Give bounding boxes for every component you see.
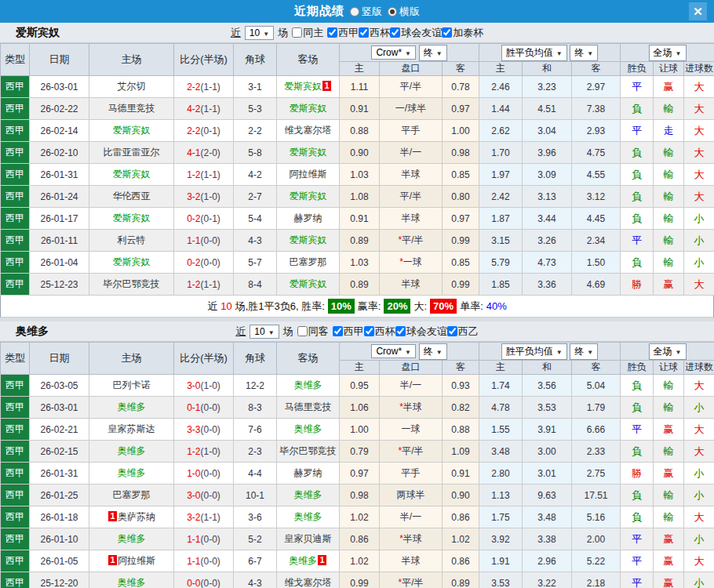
- same-venue-checkbox[interactable]: [292, 27, 302, 38]
- corner-cell: 5-4: [234, 208, 277, 230]
- asian-home-odds: 0.91: [340, 98, 380, 120]
- team-name-text: 皇家贝迪斯: [285, 533, 332, 544]
- euro-draw-odds: 3.48: [523, 506, 572, 528]
- radio-vertical-icon[interactable]: [350, 7, 359, 16]
- league-checkbox[interactable]: [390, 27, 400, 38]
- team-name-text: 巴列卡诺: [113, 379, 151, 390]
- score-cell: 4-1(2-0): [174, 142, 234, 164]
- team-name-text: 利云特: [118, 234, 146, 245]
- match-row: 西甲26-02-21皇家苏斯达3-3(0-0)7-6奥维多1.00一球0.881…: [1, 419, 714, 441]
- euro-away-odds: 4.75: [572, 142, 621, 164]
- corner-cell: 2-3: [234, 441, 277, 463]
- league-checkbox[interactable]: [395, 326, 406, 336]
- asian-away-odds: 0.80: [443, 186, 479, 208]
- league-checkbox[interactable]: [442, 27, 452, 38]
- halftime-score: (0-1): [201, 125, 220, 136]
- euro-home-odds: 1.75: [479, 506, 523, 528]
- match-row: 西甲26-01-31爱斯宾奴1-2(1-1)4-2阿拉维斯1.03半球0.851…: [1, 164, 714, 186]
- league-cell: 西甲: [1, 142, 30, 164]
- euro-away-odds: 3.12: [572, 186, 621, 208]
- league-checkbox[interactable]: [447, 326, 457, 336]
- col-score: 比分(半场): [174, 343, 234, 375]
- team-name-text: 爱斯宾奴: [113, 125, 151, 136]
- matches-unit-label: 场: [278, 26, 288, 40]
- euro-home-odds: 3.15: [479, 230, 523, 252]
- asian-home-odds: 0.97: [340, 463, 380, 485]
- euro-away-odds: 2.97: [572, 76, 621, 98]
- match-row: 西甲26-03-05巴列卡诺3-0(1-0)12-2奥维多0.95半/一0.93…: [1, 375, 714, 397]
- avg-stage-select[interactable]: 终: [570, 343, 598, 360]
- handicap-result-cell: 赢: [654, 550, 684, 572]
- bookmaker-select[interactable]: Crow*: [371, 344, 416, 358]
- handicap-result-cell: 輸: [654, 506, 684, 528]
- odds-stage-select[interactable]: 终: [419, 343, 447, 360]
- recent-count-select[interactable]: 10: [250, 325, 279, 339]
- league-checkbox[interactable]: [364, 326, 374, 336]
- asian-odds-group: Crow* 终: [340, 44, 479, 62]
- odds-stage-select[interactable]: 终: [419, 45, 447, 61]
- bookmaker-select[interactable]: Crow*: [371, 45, 416, 60]
- handicap-cell: 一/球半: [380, 98, 443, 120]
- league-cell: 西甲: [1, 274, 30, 296]
- league-filter-option: 西乙: [447, 325, 479, 339]
- halftime-score: (1-1): [201, 169, 220, 180]
- asian-odds-group: Crow* 终: [340, 343, 479, 361]
- recent-label[interactable]: 近: [231, 26, 241, 40]
- team-name-text: 毕尔巴鄂竞技: [104, 278, 160, 289]
- layout-option-vertical[interactable]: 竖版: [350, 5, 382, 19]
- home-team-cell: 华伦西亚: [89, 186, 174, 208]
- league-checkbox-label: 西杯: [375, 325, 395, 339]
- asian-away-odds: 0.82: [443, 397, 479, 419]
- handicap-result-cell: 赢: [654, 463, 684, 485]
- halftime-score: (1-1): [201, 512, 220, 523]
- league-checkbox[interactable]: [333, 326, 343, 336]
- same-venue-option: 同主: [292, 26, 323, 40]
- recent-label[interactable]: 近: [235, 325, 246, 339]
- avg-type-select[interactable]: 胜平负均值: [501, 45, 567, 61]
- score-cell: 1-1(0-0): [174, 230, 234, 252]
- result-cell: 平: [621, 230, 654, 252]
- live-odds-star: *: [399, 256, 403, 267]
- match-row: 西甲26-01-10奥维多1-1(0-0)5-2皇家贝迪斯0.86*半球1.02…: [1, 528, 714, 550]
- team-name-text: 维戈塞尔塔: [285, 577, 332, 588]
- asian-home-odds: 0.88: [340, 120, 380, 142]
- euro-draw-odds: 3.44: [523, 208, 572, 230]
- team-name-text: 华伦西亚: [113, 191, 151, 201]
- league-checkbox[interactable]: [327, 27, 337, 38]
- home-team-cell: 利云特: [89, 230, 174, 252]
- league-filter-option: 球会友谊: [395, 325, 447, 339]
- away-team-cell: 马德里竞技: [277, 397, 340, 419]
- home-team-cell: 比雷亚雷亚尔: [89, 142, 174, 164]
- match-row: 西甲26-01-04爱斯宾奴0-2(0-0)5-7巴塞罗那1.03*一球0.85…: [1, 252, 714, 274]
- same-venue-checkbox[interactable]: [297, 326, 308, 336]
- fulltime-score: 3-3: [187, 424, 200, 435]
- date-cell: 25-12-23: [30, 274, 89, 296]
- layout-option-horizontal[interactable]: 横版: [388, 5, 420, 19]
- close-icon[interactable]: ✕: [689, 2, 707, 20]
- team-name-text: 奥维多: [118, 445, 146, 456]
- league-checkbox-label: 球会友谊: [406, 325, 447, 339]
- score-cell: 4-2(1-1): [174, 98, 234, 120]
- result-cell: 勝: [621, 463, 654, 485]
- away-team-cell: 赫罗纳: [277, 208, 340, 230]
- scope-select[interactable]: 全场: [649, 343, 687, 360]
- sub-col-asian-away: 客: [443, 62, 479, 76]
- date-cell: 26-02-10: [30, 142, 89, 164]
- goals-result-cell: 大: [684, 142, 714, 164]
- result-cell: 平: [621, 550, 654, 572]
- summary-near: 近: [207, 299, 217, 314]
- home-team-cell: 马德里竞技: [89, 98, 174, 120]
- recent-count-select[interactable]: 10: [245, 26, 274, 40]
- radio-horizontal-icon[interactable]: [388, 7, 397, 16]
- asian-away-odds: 1.09: [443, 441, 479, 463]
- handicap-cell: *半球: [380, 528, 443, 550]
- result-cell: 負: [621, 441, 654, 463]
- scope-select[interactable]: 全场: [649, 45, 687, 61]
- league-checkbox[interactable]: [359, 27, 369, 38]
- avg-stage-select[interactable]: 终: [570, 45, 598, 61]
- match-row: 西甲26-01-11利云特1-1(0-0)4-3爱斯宾奴0.89*平/半0.99…: [1, 230, 714, 252]
- avg-type-select[interactable]: 胜平负均值: [501, 343, 567, 360]
- date-cell: 26-01-17: [30, 208, 89, 230]
- fulltime-score: 3-0: [187, 490, 200, 501]
- result-cell: 負: [621, 375, 654, 397]
